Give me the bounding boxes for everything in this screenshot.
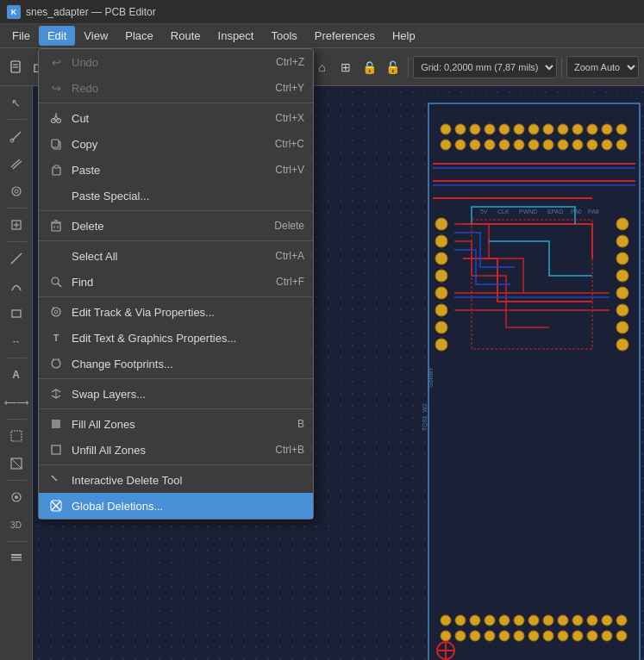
svg-point-125: [52, 277, 59, 284]
menu-copy[interactable]: Copy Ctrl+C: [39, 131, 313, 157]
svg-point-92: [528, 631, 539, 641]
menu-undo[interactable]: ↩ Undo Ctrl+Z: [39, 49, 313, 75]
svg-rect-20: [11, 559, 22, 561]
svg-text:PA0: PA0: [571, 209, 582, 215]
toolbar-grid[interactable]: ⊞: [335, 53, 356, 81]
svg-point-96: [587, 631, 597, 641]
menu-redo[interactable]: ↪ Redo Ctrl+Y: [39, 75, 313, 101]
svg-rect-22: [428, 103, 640, 660]
menu-edit[interactable]: Edit: [39, 26, 75, 46]
menu-paste-special[interactable]: Paste Special...: [39, 183, 313, 209]
svg-point-41: [514, 140, 524, 150]
menu-find[interactable]: Find Ctrl+F: [39, 269, 313, 295]
svg-point-93: [543, 631, 553, 641]
toolbar-lock2[interactable]: 🔓: [382, 53, 403, 81]
svg-point-65: [616, 270, 628, 282]
menu-interactive-delete[interactable]: Interactive Delete Tool: [39, 467, 313, 493]
sb-route[interactable]: [3, 123, 29, 149]
svg-point-55: [435, 235, 447, 247]
sb-rule-area[interactable]: [3, 451, 29, 476]
sep1: [39, 103, 313, 103]
svg-point-24: [455, 124, 466, 134]
svg-point-78: [514, 615, 524, 626]
paste-label: Paste: [72, 164, 275, 177]
sb-via[interactable]: [3, 178, 29, 204]
menu-preferences[interactable]: Preferences: [306, 26, 384, 46]
undo-icon: ↩: [47, 53, 65, 71]
zoom-select[interactable]: Zoom Auto: [566, 56, 639, 78]
svg-rect-117: [52, 140, 59, 147]
svg-point-82: [572, 615, 583, 626]
svg-point-66: [616, 287, 628, 299]
svg-point-128: [54, 310, 58, 314]
svg-point-75: [470, 615, 480, 626]
toolbar-new[interactable]: [5, 53, 27, 81]
sep5: [39, 378, 313, 379]
sb-3d[interactable]: 3D: [3, 512, 29, 538]
svg-rect-134: [52, 420, 60, 428]
menu-place[interactable]: Place: [116, 26, 162, 46]
sb-draw-arc[interactable]: [3, 273, 29, 299]
svg-point-87: [455, 631, 466, 641]
svg-point-30: [543, 124, 553, 134]
svg-point-43: [543, 140, 553, 150]
svg-point-45: [572, 140, 583, 150]
svg-point-57: [435, 270, 447, 282]
svg-point-31: [558, 124, 568, 134]
menu-edit-text[interactable]: T Edit Text & Graphics Properties...: [39, 325, 313, 351]
toolbar-lock[interactable]: 🔒: [359, 53, 380, 81]
menu-global-deletions[interactable]: Global Deletions...: [39, 493, 313, 519]
sb-add-footprint[interactable]: [3, 212, 29, 238]
svg-rect-21: [11, 554, 22, 556]
menu-edit-track[interactable]: Edit Track & Via Properties...: [39, 299, 313, 325]
svg-point-68: [616, 321, 628, 333]
menu-tools[interactable]: Tools: [262, 26, 305, 46]
menu-file[interactable]: File: [3, 26, 39, 46]
paste-special-label: Paste Special...: [72, 190, 304, 202]
sb-draw-rect[interactable]: [3, 301, 29, 327]
menu-fill-zones[interactable]: Fill All Zones B: [39, 411, 313, 437]
delete-shortcut: Delete: [274, 220, 304, 232]
sb-measure[interactable]: ↔: [3, 328, 29, 354]
sb-text[interactable]: A: [3, 362, 29, 388]
menu-route[interactable]: Route: [162, 26, 209, 46]
svg-point-58: [435, 287, 447, 299]
svg-point-86: [441, 631, 451, 641]
menu-unfill-zones[interactable]: Unfill All Zones Ctrl+B: [39, 437, 313, 463]
toolbar-ratsnest[interactable]: ⌂: [311, 53, 333, 81]
cut-shortcut: Ctrl+X: [275, 112, 304, 124]
menu-delete[interactable]: Delete Delete: [39, 213, 313, 239]
window-title: snes_adapter — PCB Editor: [26, 6, 156, 18]
svg-text:Solder: Solder: [427, 368, 435, 388]
svg-rect-13: [12, 310, 21, 317]
svg-text:CLK: CLK: [497, 209, 510, 215]
sb-dimension[interactable]: ⟵⟶: [3, 389, 29, 415]
sb-layers[interactable]: [3, 545, 29, 571]
sb-differential[interactable]: [3, 151, 29, 177]
sb-pad[interactable]: [3, 484, 29, 510]
svg-text:EPAD: EPAD: [547, 209, 564, 215]
menu-swap-layers[interactable]: Swap Layers...: [39, 381, 313, 407]
cut-label: Cut: [72, 112, 275, 125]
menu-inspect[interactable]: Inspect: [209, 26, 263, 46]
sb-select[interactable]: ↖: [3, 90, 29, 115]
menu-cut[interactable]: Cut Ctrl+X: [39, 105, 313, 131]
menu-help[interactable]: Help: [384, 26, 424, 46]
svg-point-8: [15, 190, 18, 193]
sb-draw-line[interactable]: [3, 246, 29, 271]
unfill-zones-icon: [47, 441, 65, 458]
menu-paste[interactable]: Paste Ctrl+V: [39, 157, 313, 183]
sb-zone[interactable]: [3, 423, 29, 449]
interactive-delete-icon: [47, 471, 65, 489]
cut-icon: [47, 109, 65, 127]
svg-point-38: [470, 140, 480, 150]
menu-change-footprints[interactable]: Change Footprints...: [39, 351, 313, 377]
svg-point-61: [435, 339, 447, 351]
menu-view[interactable]: View: [75, 26, 116, 46]
undo-shortcut: Ctrl+Z: [276, 56, 304, 68]
paste-icon: [47, 161, 65, 178]
svg-point-63: [616, 235, 628, 247]
grid-select[interactable]: Grid: 0,2000 mm (7,87 mils): [413, 56, 557, 78]
toolbar-sep4: [408, 57, 409, 78]
menu-select-all[interactable]: Select All Ctrl+A: [39, 243, 313, 269]
